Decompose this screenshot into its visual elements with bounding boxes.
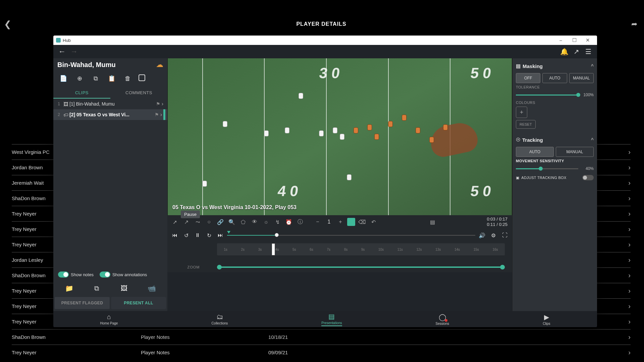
volume-icon[interactable]: 🔊 [477, 231, 487, 240]
chevron-right-icon[interactable]: › [628, 210, 631, 218]
eye-icon[interactable]: 👁 [250, 217, 259, 227]
footer-collections[interactable]: 🗂 Collections [211, 313, 228, 325]
player-name: Bin-Wahad, Mumu [57, 61, 116, 69]
play-pause-button[interactable]: ⏸ [193, 231, 202, 240]
hub-logo-icon [56, 38, 61, 43]
info-icon[interactable]: ⓘ [296, 217, 305, 227]
chevron-right-icon[interactable]: › [628, 148, 631, 156]
footer-sessions[interactable]: ◯ Sessions [436, 313, 449, 325]
chevron-up-icon[interactable]: ^ [591, 137, 594, 142]
seek-bar[interactable] [227, 234, 475, 236]
menu-icon[interactable]: ☰ [582, 46, 594, 58]
circle-icon[interactable]: ○ [204, 217, 214, 227]
stop-icon[interactable] [139, 74, 145, 81]
fullscreen-icon[interactable]: ⛶ [500, 231, 509, 240]
chevron-right-icon[interactable]: › [160, 112, 162, 118]
plus-icon[interactable]: + [336, 217, 345, 227]
trash-icon[interactable]: 🗑 [122, 73, 133, 84]
chevron-right-icon[interactable]: › [628, 287, 631, 295]
note-icon[interactable]: 📄 [58, 73, 69, 84]
video-player[interactable]: 4 0 5 0 5 0 3 0 [167, 58, 512, 215]
add-image-icon[interactable]: 🖼 [116, 283, 132, 294]
playhead[interactable] [272, 243, 275, 255]
present-all-button[interactable]: PRESENT ALL [111, 297, 166, 309]
close-button[interactable]: ✕ [581, 37, 594, 43]
chevron-right-icon[interactable]: › [628, 256, 631, 264]
chevron-right-icon[interactable]: › [628, 349, 631, 356]
tracking-auto-button[interactable]: AUTO [516, 147, 554, 157]
prev-clip-button[interactable]: ⏮ [170, 231, 179, 240]
timer-icon[interactable]: ⏰ [284, 217, 293, 227]
masking-auto-button[interactable]: AUTO [542, 73, 567, 83]
share-icon[interactable]: ➦ [631, 20, 637, 28]
current-color-swatch[interactable] [347, 218, 355, 226]
zoom-slider[interactable] [217, 266, 505, 268]
maximize-button[interactable]: ☐ [568, 37, 581, 43]
back-button[interactable]: ❮ [4, 19, 11, 29]
table-row[interactable]: ShaDon Brown Player Notes 10/18/21 › [12, 329, 631, 345]
chevron-right-icon[interactable]: › [628, 333, 631, 341]
reset-button[interactable]: RESET [516, 120, 536, 129]
footer-clips[interactable]: ▶ Clips [543, 313, 550, 325]
undo-icon[interactable]: ↶ [369, 217, 378, 227]
add-colour-button[interactable]: + [516, 107, 527, 118]
polygon-icon[interactable]: ⬠ [238, 217, 248, 227]
chevron-right-icon[interactable]: › [628, 302, 631, 310]
eraser-icon[interactable]: ⌫ [357, 217, 367, 227]
next-clip-button[interactable]: ⏭ [216, 231, 225, 240]
toggle-show-notes[interactable]: Show notes [58, 272, 94, 278]
spotlight-icon[interactable]: ☼ [261, 217, 271, 227]
flag-icon[interactable]: ⚑ [155, 112, 159, 117]
footer-home[interactable]: ⌂ Home Page [100, 313, 118, 325]
settings-icon[interactable]: ⚙ [489, 231, 498, 240]
tracking-manual-button[interactable]: MANUAL [556, 147, 594, 157]
link-icon[interactable]: 🔗 [216, 217, 225, 227]
cursor-icon[interactable]: ➚ [170, 217, 179, 227]
chevron-right-icon[interactable]: › [628, 272, 631, 279]
tab-clips[interactable]: CLIPS [53, 87, 110, 99]
bell-icon[interactable]: 🔔 [558, 46, 570, 58]
cloud-download-icon[interactable]: ☁ [156, 60, 163, 69]
chevron-right-icon[interactable]: › [628, 318, 631, 325]
chevron-right-icon[interactable]: › [628, 241, 631, 248]
arrow-icon[interactable]: ↗ [181, 217, 191, 227]
chevron-right-icon[interactable]: › [628, 179, 631, 187]
adjust-tracking-toggle[interactable] [582, 175, 594, 180]
chevron-right-icon[interactable]: › [162, 101, 163, 107]
present-flagged-button[interactable]: PRESENT FLAGGED [55, 297, 110, 309]
add-circle-icon[interactable]: ⊕ [74, 73, 85, 84]
toggle-show-annotations[interactable]: Show annotations [100, 272, 147, 278]
route-icon[interactable]: ↯ [273, 217, 282, 227]
flag-icon[interactable]: ⚑ [156, 101, 160, 107]
search-icon[interactable]: 🔍 [227, 217, 236, 227]
masking-off-button[interactable]: OFF [516, 73, 540, 83]
clip-row[interactable]: 2 🏷 [2] 05 Texas O vs West Vi... ⚑ › [53, 109, 167, 120]
add-clip-icon[interactable]: ⧉ [89, 283, 104, 294]
curve-icon[interactable]: ⤳ [193, 217, 202, 227]
record-icon[interactable]: 📹 [144, 283, 159, 294]
chevron-right-icon[interactable]: › [628, 164, 631, 171]
chevron-right-icon[interactable]: › [628, 225, 631, 233]
masking-manual-button[interactable]: MANUAL [569, 73, 594, 83]
minimize-button[interactable]: − [554, 38, 568, 43]
timeline-ruler[interactable]: 1s2s3s4s5s6s7s8s9s10s11s12s13s14s15s16s [217, 243, 505, 255]
chevron-up-icon[interactable]: ^ [591, 63, 594, 69]
chevron-right-icon[interactable]: › [628, 194, 631, 202]
layers-icon[interactable]: ▤ [428, 217, 437, 227]
back-5s-button[interactable]: ↺ [181, 231, 191, 240]
tolerance-slider[interactable] [516, 95, 578, 96]
external-link-icon[interactable]: ↗ [570, 46, 582, 58]
tab-comments[interactable]: COMMENTS [110, 87, 167, 99]
nav-forward-button[interactable]: → [68, 46, 80, 58]
folder-icon[interactable]: 📁 [61, 283, 77, 294]
fwd-5s-button[interactable]: ↻ [204, 231, 214, 240]
footer-presentations[interactable]: ▤ Presentations [321, 312, 342, 326]
copy-icon[interactable]: ⧉ [90, 73, 101, 84]
nav-back-button[interactable]: ← [56, 46, 68, 58]
movement-slider[interactable] [516, 168, 578, 169]
table-row[interactable]: Trey Neyer Player Notes 09/09/21 › [12, 345, 631, 360]
movement-value: 40% [578, 166, 594, 171]
minus-icon[interactable]: − [313, 217, 322, 227]
clip-row[interactable]: 1 🖼 [1] Bin-Wahad, Mumu ⚑ › [53, 99, 167, 109]
clipboard-icon[interactable]: 📋 [106, 73, 117, 84]
